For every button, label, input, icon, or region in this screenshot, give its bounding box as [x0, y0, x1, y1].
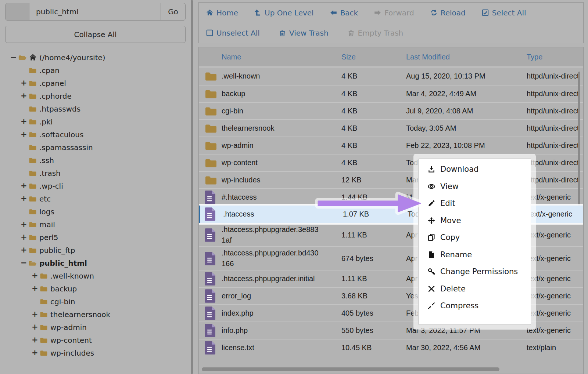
- tree-item--htpasswds[interactable]: .htpasswds: [0, 102, 186, 115]
- tree-expander-icon[interactable]: +: [21, 131, 29, 138]
- path-control: Go: [5, 3, 186, 21]
- tree-item-wp-includes[interactable]: + wp-includes: [0, 346, 186, 359]
- folder-icon: [199, 71, 222, 81]
- unselect-all-button[interactable]: Unselect All: [206, 29, 260, 37]
- view-trash-button[interactable]: View Trash: [279, 29, 329, 37]
- toolbar-button-label: Unselect All: [216, 29, 260, 37]
- tree-expander-icon[interactable]: +: [21, 233, 29, 241]
- tree-item--cpan[interactable]: .cpan: [0, 64, 186, 77]
- toolbar-button-label: Select All: [492, 8, 526, 17]
- tree-item-label: .well-known: [50, 272, 94, 280]
- file-name: error_log: [222, 291, 341, 301]
- path-input[interactable]: [29, 3, 161, 20]
- file-size: 3.68 KB: [341, 292, 406, 300]
- tree-item-perl5[interactable]: + perl5: [0, 231, 186, 244]
- tree-item-label: (/home4/yoursite): [39, 53, 105, 62]
- table-row[interactable]: .well-known 4 KB Aug 15, 2020, 10:13 PM …: [199, 68, 583, 85]
- context-menu-item-edit[interactable]: Edit: [419, 195, 531, 212]
- tree-item--softaculous[interactable]: + .softaculous: [0, 128, 186, 141]
- file-icon: [199, 190, 222, 204]
- tree-item-wp-content[interactable]: + wp-content: [0, 334, 186, 346]
- context-menu-item-move[interactable]: Move: [419, 212, 531, 229]
- tree-item--cphorde[interactable]: + .cphorde: [0, 90, 186, 102]
- column-header-last-modified[interactable]: Last Modified: [406, 53, 527, 61]
- go-button[interactable]: Go: [161, 3, 185, 20]
- toolbar-button-label: Reload: [441, 8, 466, 17]
- context-menu-item-delete[interactable]: Delete: [419, 280, 531, 298]
- tree-item-public-ftp[interactable]: + public_ftp: [0, 244, 186, 257]
- context-menu-item-download[interactable]: Download: [419, 161, 531, 178]
- tree-item--trash[interactable]: .trash: [0, 167, 186, 179]
- tree-item-label: thelearnersnook: [50, 310, 110, 319]
- tree-expander-icon[interactable]: +: [32, 272, 40, 280]
- table-row[interactable]: cgi-bin 4 KB Jul 9, 2020, 4:08 AM httpd/…: [199, 102, 583, 119]
- tree-item-backup[interactable]: + backup: [0, 282, 186, 295]
- tree-expander-icon[interactable]: +: [21, 195, 29, 203]
- reload-button[interactable]: Reload: [430, 8, 466, 17]
- table-vertical-scrollbar[interactable]: [578, 72, 580, 206]
- back-button[interactable]: Back: [330, 8, 358, 17]
- table-horizontal-scrollbar[interactable]: [202, 367, 499, 371]
- context-menu-item-change-permissions[interactable]: Change Permissions: [419, 263, 531, 280]
- tree-item--ssh[interactable]: .ssh: [0, 154, 186, 167]
- up-one-level-button[interactable]: Up One Level: [254, 8, 314, 17]
- tree-item--pki[interactable]: + .pki: [0, 115, 186, 128]
- select-all-button[interactable]: Select All: [482, 8, 526, 17]
- tree-expander-icon[interactable]: +: [21, 79, 29, 87]
- home-button[interactable]: Home: [206, 8, 238, 17]
- context-menu-item-label: Delete: [440, 284, 466, 293]
- tree-expander-icon[interactable]: +: [32, 285, 40, 293]
- tree-expander-icon[interactable]: +: [32, 349, 40, 357]
- tree-expander-icon[interactable]: +: [21, 118, 29, 126]
- table-row[interactable]: wp-admin 4 KB Feb 22, 2023, 10:08 PM htt…: [199, 137, 583, 154]
- tree-item--cpanel[interactable]: + .cpanel: [0, 77, 186, 90]
- context-menu-item-copy[interactable]: Copy: [419, 229, 531, 246]
- table-row[interactable]: license.txt 10.45 KB Mar 30, 2022, 4:56 …: [199, 339, 583, 356]
- column-header-type[interactable]: Type: [527, 53, 583, 61]
- tree-item-cgi-bin[interactable]: cgi-bin: [0, 295, 186, 308]
- context-menu-item-compress[interactable]: Compress: [419, 297, 531, 315]
- context-menu-item-label: Compress: [440, 301, 478, 310]
- file-icon: [200, 207, 223, 221]
- tree-item-wp-admin[interactable]: + wp-admin: [0, 321, 186, 334]
- column-header-size[interactable]: Size: [341, 53, 406, 61]
- tree-expander-icon[interactable]: +: [32, 336, 40, 344]
- file-name: index.php: [222, 308, 341, 319]
- forward-button[interactable]: Forward: [374, 8, 414, 17]
- file-icon: [199, 306, 222, 320]
- tree-expander-icon[interactable]: −: [21, 259, 29, 267]
- context-menu-item-label: Edit: [440, 199, 455, 208]
- tree-item--well-known[interactable]: + .well-known: [0, 269, 186, 282]
- tree-item-logs[interactable]: logs: [0, 205, 186, 218]
- context-menu-item-view[interactable]: View: [419, 178, 531, 195]
- file-name: .htaccess: [223, 209, 343, 219]
- tree-item--spamassassin[interactable]: .spamassassin: [0, 141, 186, 154]
- context-menu-item-rename[interactable]: Rename: [419, 246, 531, 264]
- tree-item-etc[interactable]: + etc: [0, 192, 186, 205]
- tree-item-public-html[interactable]: − public_html: [0, 257, 186, 269]
- tree-item--home4-yoursite-[interactable]: − (/home4/yoursite): [0, 51, 186, 64]
- tree-expander-icon[interactable]: +: [32, 311, 40, 318]
- sidebar-scrollbar[interactable]: [191, 0, 193, 374]
- tree-expander-icon[interactable]: +: [21, 182, 29, 190]
- folder-icon: [29, 157, 37, 163]
- tree-expander-icon[interactable]: −: [10, 54, 18, 61]
- empty-trash-button[interactable]: Empty Trash: [348, 29, 404, 37]
- home-directory-button[interactable]: [6, 3, 29, 20]
- column-header-name[interactable]: Name: [222, 52, 341, 62]
- collapse-all-button[interactable]: Collapse All: [5, 26, 186, 43]
- tree-expander-icon[interactable]: +: [21, 221, 29, 228]
- tree-item-thelearnersnook[interactable]: + thelearnersnook: [0, 308, 186, 321]
- tree-expander-icon[interactable]: +: [21, 246, 29, 254]
- tree-item--wp-cli[interactable]: + .wp-cli: [0, 179, 186, 192]
- tree-item-mail[interactable]: + mail: [0, 218, 186, 231]
- table-row[interactable]: thelearnersnook 4 KB Today, 3:05 AM http…: [199, 119, 583, 137]
- tree-item-label: public_html: [39, 259, 87, 268]
- tree-expander-icon[interactable]: +: [21, 92, 29, 100]
- file-type: text/x-generic: [527, 254, 583, 263]
- tree-item-label: logs: [39, 207, 54, 216]
- tree-expander-icon[interactable]: +: [32, 323, 40, 331]
- table-row[interactable]: backup 4 KB Mar 4, 2022, 4:49 AM httpd/u…: [199, 85, 583, 102]
- file-type: text/x-generic: [527, 292, 583, 300]
- file-type: text/x-generic: [527, 275, 583, 283]
